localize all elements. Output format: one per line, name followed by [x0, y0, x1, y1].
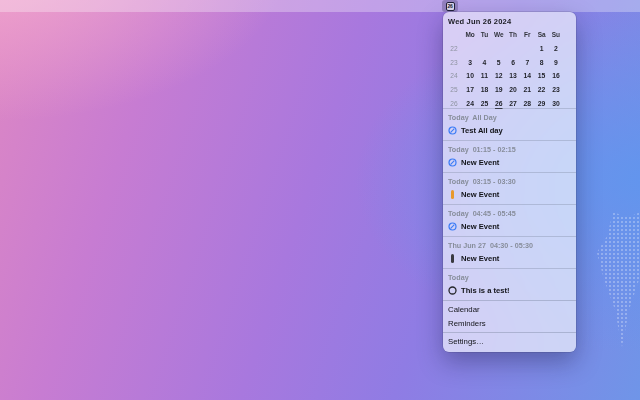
calendar-day[interactable]	[463, 42, 477, 56]
weekday-header: Su	[549, 28, 563, 42]
panel-date-title: Wed Jun 26 2024	[448, 17, 511, 26]
event-color-bar-icon	[448, 190, 457, 199]
calendar-day[interactable]: 1	[534, 42, 548, 56]
weekday-header: We	[492, 28, 506, 42]
event-when: Thu Jun 27 04:30 - 05:30	[448, 239, 571, 252]
event-group: Today All Day Test All day	[443, 108, 576, 140]
event-group: Today 01:15 - 02:15 New Event	[443, 140, 576, 172]
calendar-day[interactable]: 13	[506, 69, 520, 83]
weekday-header: Mo	[463, 28, 477, 42]
event-when: Today 03:15 - 03:30	[448, 175, 571, 188]
calendar-day[interactable]	[506, 42, 520, 56]
menu-item-reminders[interactable]: Reminders	[443, 317, 576, 331]
event-when: Today 01:15 - 02:15	[448, 143, 571, 156]
event-color-bar-icon	[448, 254, 457, 263]
calendar-day[interactable]: 23	[549, 83, 563, 97]
calendar-menubar-icon[interactable]: 26	[442, 0, 458, 12]
calendar-day[interactable]: 12	[492, 69, 506, 83]
calendar-day[interactable]: 14	[520, 69, 534, 83]
event-when: Today	[448, 271, 571, 284]
calendar-dropdown-panel: Wed Jun 26 2024 Mo Tu We Th Fr Sa Su 22 …	[443, 12, 576, 352]
calendar-corner	[445, 28, 463, 42]
calendar-day[interactable]: 4	[477, 56, 491, 70]
mini-calendar: Mo Tu We Th Fr Sa Su 22 1 2 23 3 4 5 6 7…	[445, 28, 563, 111]
event-title: New Event	[461, 220, 499, 233]
calendar-day[interactable]: 22	[534, 83, 548, 97]
week-number: 23	[445, 56, 463, 70]
event-when: Today 04:45 - 05:45	[448, 207, 571, 220]
event-row[interactable]: New Event	[448, 188, 571, 201]
calendar-day[interactable]: 7	[520, 56, 534, 70]
event-circle-slash-icon	[448, 222, 457, 231]
calendar-day[interactable]: 8	[534, 56, 548, 70]
event-list: Today All Day Test All day Today 01:15 -…	[443, 108, 576, 300]
event-row[interactable]: New Event	[448, 156, 571, 169]
event-title: New Event	[461, 252, 499, 265]
menu-item-settings[interactable]: Settings…	[443, 335, 576, 349]
weekday-header: Tu	[477, 28, 491, 42]
event-row[interactable]: New Event	[448, 252, 571, 265]
calendar-day[interactable]: 15	[534, 69, 548, 83]
calendar-day[interactable]: 20	[506, 83, 520, 97]
calendar-day[interactable]	[492, 42, 506, 56]
calendar-day[interactable]: 2	[549, 42, 563, 56]
event-title: New Event	[461, 188, 499, 201]
reminder-title: This is a test!	[461, 284, 510, 297]
event-title: New Event	[461, 156, 499, 169]
calendar-day[interactable]: 3	[463, 56, 477, 70]
event-row[interactable]: Test All day	[448, 124, 571, 137]
calendar-glyph-icon: 26	[446, 2, 455, 11]
event-group: Today 04:45 - 05:45 New Event	[443, 204, 576, 236]
calendar-day[interactable]: 17	[463, 83, 477, 97]
reminder-open-circle-icon[interactable]	[448, 286, 457, 295]
event-circle-slash-icon	[448, 158, 457, 167]
event-title: Test All day	[461, 124, 503, 137]
desktop-wallpaper: 26 Wed Jun 26 2024 Mo Tu We Th Fr Sa Su …	[0, 0, 640, 400]
menu-bar	[0, 0, 640, 12]
weekday-header: Sa	[534, 28, 548, 42]
calendar-day[interactable]: 18	[477, 83, 491, 97]
reminder-group: Today This is a test!	[443, 268, 576, 300]
week-number: 24	[445, 69, 463, 83]
calendar-day[interactable]: 16	[549, 69, 563, 83]
calendar-day[interactable]: 21	[520, 83, 534, 97]
calendar-day[interactable]	[477, 42, 491, 56]
calendar-day[interactable]: 6	[506, 56, 520, 70]
event-group: Today 03:15 - 03:30 New Event	[443, 172, 576, 204]
event-circle-slash-icon	[448, 126, 457, 135]
menu-item-calendar[interactable]: Calendar	[443, 303, 576, 317]
event-when: Today All Day	[448, 111, 571, 124]
reminder-row[interactable]: This is a test!	[448, 284, 571, 297]
calendar-day[interactable]: 19	[492, 83, 506, 97]
event-group: Thu Jun 27 04:30 - 05:30 New Event	[443, 236, 576, 268]
calendar-day[interactable]: 10	[463, 69, 477, 83]
week-number: 22	[445, 42, 463, 56]
calendar-day[interactable]: 11	[477, 69, 491, 83]
calendar-day[interactable]: 5	[492, 56, 506, 70]
week-number: 25	[445, 83, 463, 97]
calendar-day[interactable]: 9	[549, 56, 563, 70]
calendar-day[interactable]	[520, 42, 534, 56]
weekday-header: Th	[506, 28, 520, 42]
wallpaper-dotted-map-pattern	[580, 212, 640, 347]
weekday-header: Fr	[520, 28, 534, 42]
panel-footer-menu: Calendar Reminders Settings…	[443, 300, 576, 351]
event-row[interactable]: New Event	[448, 220, 571, 233]
